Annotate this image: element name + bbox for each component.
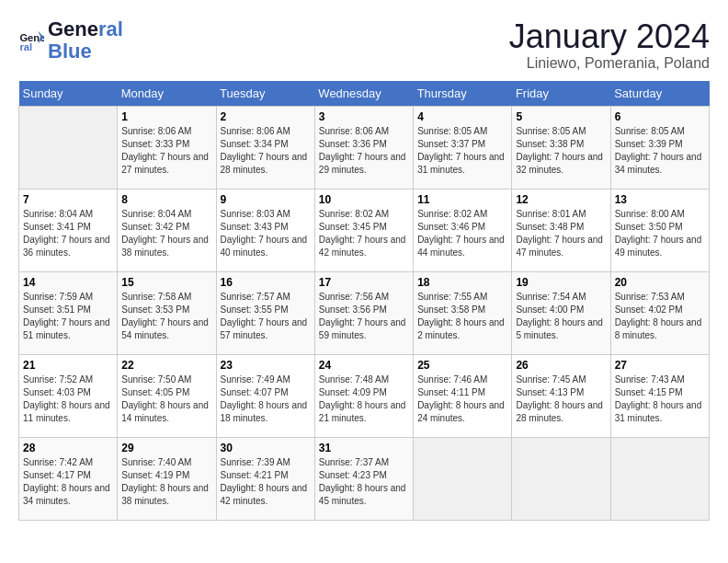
day-info: Sunrise: 7:48 AMSunset: 4:09 PMDaylight:… bbox=[319, 373, 409, 425]
calendar-cell: 22Sunrise: 7:50 AMSunset: 4:05 PMDayligh… bbox=[118, 354, 216, 437]
day-info: Sunrise: 8:02 AMSunset: 3:46 PMDaylight:… bbox=[417, 208, 507, 259]
day-info: Sunrise: 7:59 AMSunset: 3:51 PMDaylight:… bbox=[23, 291, 113, 342]
day-number: 9 bbox=[221, 193, 311, 206]
day-number: 4 bbox=[417, 110, 507, 123]
day-number: 22 bbox=[121, 359, 211, 372]
day-info: Sunrise: 7:39 AMSunset: 4:21 PMDaylight:… bbox=[221, 456, 311, 508]
calendar-cell: 23Sunrise: 7:49 AMSunset: 4:07 PMDayligh… bbox=[216, 354, 314, 437]
calendar-cell: 9Sunrise: 8:03 AMSunset: 3:43 PMDaylight… bbox=[216, 189, 314, 271]
week-row-2: 7Sunrise: 8:04 AMSunset: 3:41 PMDaylight… bbox=[19, 189, 710, 271]
day-info: Sunrise: 7:57 AMSunset: 3:55 PMDaylight:… bbox=[221, 291, 311, 342]
day-info: Sunrise: 7:46 AMSunset: 4:11 PMDaylight:… bbox=[417, 373, 507, 425]
calendar-cell: 5Sunrise: 8:05 AMSunset: 3:38 PMDaylight… bbox=[512, 106, 610, 189]
day-number: 29 bbox=[121, 442, 211, 454]
day-number: 14 bbox=[23, 276, 113, 289]
day-number: 8 bbox=[121, 193, 211, 206]
day-info: Sunrise: 7:40 AMSunset: 4:19 PMDaylight:… bbox=[121, 456, 211, 508]
logo: Gene ral GeneralBlue bbox=[18, 18, 123, 63]
calendar-cell: 24Sunrise: 7:48 AMSunset: 4:09 PMDayligh… bbox=[314, 354, 413, 437]
day-number: 13 bbox=[615, 193, 705, 206]
day-number: 10 bbox=[319, 193, 409, 206]
calendar-cell: 15Sunrise: 7:58 AMSunset: 3:53 PMDayligh… bbox=[118, 271, 216, 354]
day-number: 19 bbox=[516, 276, 606, 289]
day-info: Sunrise: 7:53 AMSunset: 4:02 PMDaylight:… bbox=[615, 291, 705, 342]
day-number: 1 bbox=[121, 110, 211, 123]
calendar-cell: 28Sunrise: 7:42 AMSunset: 4:17 PMDayligh… bbox=[19, 437, 118, 520]
day-number: 27 bbox=[615, 359, 705, 372]
day-info: Sunrise: 8:06 AMSunset: 3:34 PMDaylight:… bbox=[221, 125, 311, 177]
day-number: 6 bbox=[615, 110, 705, 123]
month-title: January 2024 bbox=[509, 18, 710, 55]
logo-text: GeneralBlue bbox=[48, 18, 123, 63]
svg-text:ral: ral bbox=[19, 41, 32, 52]
calendar-table: SundayMondayTuesdayWednesdayThursdayFrid… bbox=[18, 81, 710, 521]
calendar-cell: 25Sunrise: 7:46 AMSunset: 4:11 PMDayligh… bbox=[414, 354, 512, 437]
day-number: 15 bbox=[121, 276, 211, 289]
day-number: 17 bbox=[319, 276, 409, 289]
day-number: 26 bbox=[516, 359, 606, 372]
day-info: Sunrise: 8:00 AMSunset: 3:50 PMDaylight:… bbox=[615, 208, 705, 259]
calendar-cell bbox=[610, 437, 709, 520]
day-info: Sunrise: 7:37 AMSunset: 4:23 PMDaylight:… bbox=[319, 456, 409, 508]
calendar-cell: 10Sunrise: 8:02 AMSunset: 3:45 PMDayligh… bbox=[314, 189, 413, 271]
day-info: Sunrise: 8:05 AMSunset: 3:38 PMDaylight:… bbox=[516, 125, 606, 177]
day-number: 31 bbox=[319, 442, 409, 454]
day-number: 18 bbox=[417, 276, 507, 289]
calendar-cell: 12Sunrise: 8:01 AMSunset: 3:48 PMDayligh… bbox=[512, 189, 610, 271]
calendar-cell: 13Sunrise: 8:00 AMSunset: 3:50 PMDayligh… bbox=[610, 189, 709, 271]
day-number: 28 bbox=[23, 442, 113, 454]
day-number: 7 bbox=[23, 193, 113, 206]
weekday-header-wednesday: Wednesday bbox=[314, 81, 413, 107]
day-info: Sunrise: 7:52 AMSunset: 4:03 PMDaylight:… bbox=[23, 373, 113, 425]
day-number: 21 bbox=[23, 359, 113, 372]
week-row-3: 14Sunrise: 7:59 AMSunset: 3:51 PMDayligh… bbox=[19, 271, 710, 354]
calendar-cell: 27Sunrise: 7:43 AMSunset: 4:15 PMDayligh… bbox=[610, 354, 709, 437]
day-number: 23 bbox=[221, 359, 311, 372]
week-row-5: 28Sunrise: 7:42 AMSunset: 4:17 PMDayligh… bbox=[19, 437, 710, 520]
day-number: 12 bbox=[516, 193, 606, 206]
weekday-header-sunday: Sunday bbox=[19, 81, 118, 107]
calendar-cell: 14Sunrise: 7:59 AMSunset: 3:51 PMDayligh… bbox=[19, 271, 118, 354]
calendar-cell: 1Sunrise: 8:06 AMSunset: 3:33 PMDaylight… bbox=[118, 106, 216, 189]
day-number: 24 bbox=[319, 359, 409, 372]
day-info: Sunrise: 8:01 AMSunset: 3:48 PMDaylight:… bbox=[516, 208, 606, 259]
calendar-cell: 18Sunrise: 7:55 AMSunset: 3:58 PMDayligh… bbox=[414, 271, 512, 354]
week-row-1: 1Sunrise: 8:06 AMSunset: 3:33 PMDaylight… bbox=[19, 106, 710, 189]
day-info: Sunrise: 8:05 AMSunset: 3:37 PMDaylight:… bbox=[417, 125, 507, 177]
calendar-cell: 19Sunrise: 7:54 AMSunset: 4:00 PMDayligh… bbox=[512, 271, 610, 354]
calendar-cell: 21Sunrise: 7:52 AMSunset: 4:03 PMDayligh… bbox=[19, 354, 118, 437]
location: Liniewo, Pomerania, Poland bbox=[509, 55, 710, 72]
calendar-cell: 11Sunrise: 8:02 AMSunset: 3:46 PMDayligh… bbox=[414, 189, 512, 271]
day-number: 2 bbox=[221, 110, 311, 123]
calendar-cell bbox=[19, 106, 118, 189]
day-info: Sunrise: 7:43 AMSunset: 4:15 PMDaylight:… bbox=[615, 373, 705, 425]
day-info: Sunrise: 8:03 AMSunset: 3:43 PMDaylight:… bbox=[221, 208, 311, 259]
title-area: January 2024 Liniewo, Pomerania, Poland bbox=[509, 18, 710, 72]
calendar-cell: 3Sunrise: 8:06 AMSunset: 3:36 PMDaylight… bbox=[314, 106, 413, 189]
weekday-header-thursday: Thursday bbox=[414, 81, 512, 107]
calendar-cell: 16Sunrise: 7:57 AMSunset: 3:55 PMDayligh… bbox=[216, 271, 314, 354]
weekday-header-tuesday: Tuesday bbox=[216, 81, 314, 107]
day-number: 3 bbox=[319, 110, 409, 123]
day-number: 30 bbox=[221, 442, 311, 454]
calendar-cell: 30Sunrise: 7:39 AMSunset: 4:21 PMDayligh… bbox=[216, 437, 314, 520]
day-number: 5 bbox=[516, 110, 606, 123]
day-number: 20 bbox=[615, 276, 705, 289]
day-info: Sunrise: 7:55 AMSunset: 3:58 PMDaylight:… bbox=[417, 291, 507, 342]
calendar-cell: 29Sunrise: 7:40 AMSunset: 4:19 PMDayligh… bbox=[118, 437, 216, 520]
day-info: Sunrise: 7:56 AMSunset: 3:56 PMDaylight:… bbox=[319, 291, 409, 342]
calendar-cell: 4Sunrise: 8:05 AMSunset: 3:37 PMDaylight… bbox=[414, 106, 512, 189]
calendar-cell: 20Sunrise: 7:53 AMSunset: 4:02 PMDayligh… bbox=[610, 271, 709, 354]
calendar-cell: 7Sunrise: 8:04 AMSunset: 3:41 PMDaylight… bbox=[19, 189, 118, 271]
day-info: Sunrise: 7:49 AMSunset: 4:07 PMDaylight:… bbox=[221, 373, 311, 425]
calendar-cell: 26Sunrise: 7:45 AMSunset: 4:13 PMDayligh… bbox=[512, 354, 610, 437]
day-info: Sunrise: 7:54 AMSunset: 4:00 PMDaylight:… bbox=[516, 291, 606, 342]
day-info: Sunrise: 7:58 AMSunset: 3:53 PMDaylight:… bbox=[121, 291, 211, 342]
weekday-header-monday: Monday bbox=[118, 81, 216, 107]
day-number: 16 bbox=[221, 276, 311, 289]
day-info: Sunrise: 8:02 AMSunset: 3:45 PMDaylight:… bbox=[319, 208, 409, 259]
day-info: Sunrise: 8:05 AMSunset: 3:39 PMDaylight:… bbox=[615, 125, 705, 177]
week-row-4: 21Sunrise: 7:52 AMSunset: 4:03 PMDayligh… bbox=[19, 354, 710, 437]
day-info: Sunrise: 7:50 AMSunset: 4:05 PMDaylight:… bbox=[121, 373, 211, 425]
day-number: 11 bbox=[417, 193, 507, 206]
